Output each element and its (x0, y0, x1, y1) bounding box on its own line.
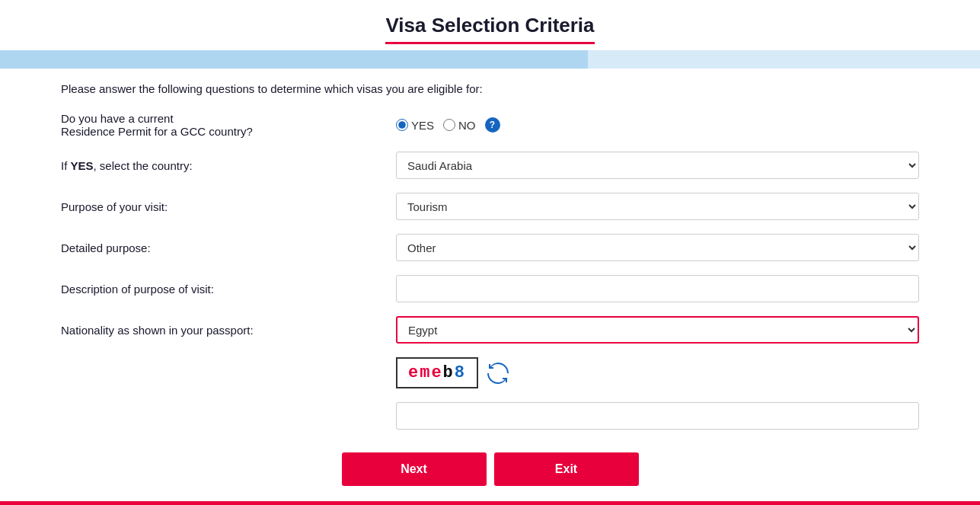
yes-label: YES (411, 119, 434, 132)
yes-radio[interactable] (396, 119, 408, 131)
captcha-input[interactable] (396, 402, 919, 430)
purpose-row: Purpose of your visit: Tourism Business … (61, 193, 919, 220)
gcc-row: Do you have a current Residence Permit f… (61, 112, 919, 138)
description-label: Description of purpose of visit: (61, 283, 396, 296)
progress-bar-container (0, 50, 980, 69)
captcha-image: emeb8 (396, 357, 478, 388)
no-label: NO (458, 119, 476, 132)
country-label: If YES, select the country: (61, 159, 396, 172)
no-radio-label[interactable]: NO (443, 119, 476, 132)
gcc-radio-group: YES NO ? (396, 117, 500, 133)
exit-button[interactable]: Exit (494, 452, 639, 486)
nationality-label: Nationality as shown in your passport: (61, 324, 396, 337)
refresh-icon (486, 361, 510, 385)
page-wrapper: Visa Selection Criteria Please answer th… (0, 0, 980, 501)
gcc-control-area: YES NO ? (396, 117, 919, 133)
captcha-area: emeb8 (61, 357, 919, 388)
form-intro: Please answer the following questions to… (61, 82, 919, 95)
country-control-area: Saudi Arabia UAE Kuwait Bahrain Qatar Om… (396, 152, 919, 179)
nationality-control-area: Egypt USA UK India Jordan Syria Lebanon (396, 316, 919, 344)
detailed-purpose-select[interactable]: Other Leisure Sightseeing Family Visit (396, 234, 919, 261)
captcha-char-8: 8 (455, 363, 466, 382)
country-select[interactable]: Saudi Arabia UAE Kuwait Bahrain Qatar Om… (396, 152, 919, 179)
detailed-purpose-label: Detailed purpose: (61, 241, 396, 254)
help-icon[interactable]: ? (485, 117, 500, 133)
yes-radio-label[interactable]: YES (396, 119, 434, 132)
page-title: Visa Selection Criteria (385, 14, 594, 44)
purpose-label: Purpose of your visit: (61, 200, 396, 213)
captcha-char-e2: e (431, 363, 442, 382)
nationality-row: Nationality as shown in your passport: E… (61, 316, 919, 344)
title-section: Visa Selection Criteria (0, 0, 980, 50)
detailed-purpose-row: Detailed purpose: Other Leisure Sightsee… (61, 234, 919, 261)
no-radio[interactable] (443, 119, 455, 131)
purpose-select[interactable]: Tourism Business Transit Education Medic… (396, 193, 919, 220)
purpose-control-area: Tourism Business Transit Education Medic… (396, 193, 919, 220)
gcc-label: Do you have a current Residence Permit f… (61, 112, 396, 138)
detailed-purpose-control-area: Other Leisure Sightseeing Family Visit (396, 234, 919, 261)
progress-bar-fill (0, 50, 588, 69)
footer-bar (0, 501, 980, 505)
button-row: Next Exit (61, 445, 919, 501)
captcha-refresh-button[interactable] (486, 361, 510, 385)
description-row: Description of purpose of visit: (61, 275, 919, 302)
yes-bold: YES (71, 159, 94, 172)
captcha-input-area (61, 402, 919, 430)
captcha-char-e: e (408, 363, 420, 382)
form-section: Please answer the following questions to… (0, 82, 980, 501)
captcha-char-b: b (443, 363, 455, 382)
nationality-select[interactable]: Egypt USA UK India Jordan Syria Lebanon (396, 316, 919, 344)
country-row: If YES, select the country: Saudi Arabia… (61, 152, 919, 179)
captcha-char-m: m (420, 363, 431, 382)
description-input[interactable] (396, 275, 919, 302)
description-control-area (396, 275, 919, 302)
next-button[interactable]: Next (342, 452, 487, 486)
